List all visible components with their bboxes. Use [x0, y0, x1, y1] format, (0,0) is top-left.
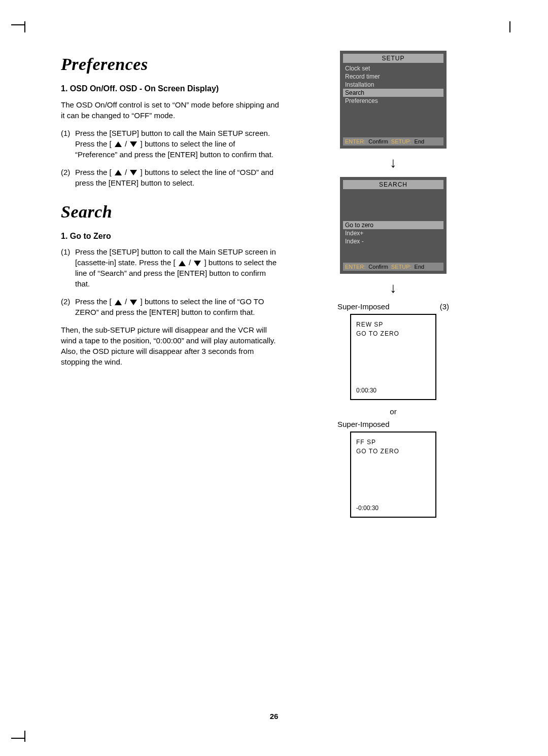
search-step-2: (2) Press the [ / ] buttons to select th… [61, 296, 279, 317]
crop-mark [11, 738, 25, 739]
subheading-go-to-zero: 1. Go to Zero [61, 231, 279, 242]
step-number: (1) [61, 246, 75, 289]
spacer [340, 105, 447, 135]
search-step-1: (1) Press the [SETUP] button to call the… [61, 246, 279, 289]
text-fragment: Press the [ [75, 297, 114, 306]
heading-preferences: Preferences [61, 55, 279, 74]
crop-mark [24, 731, 27, 742]
right-column: SETUP Clock set Record timer Installatio… [299, 51, 487, 523]
step-number: (1) [61, 128, 75, 160]
osd-item: Index - [340, 237, 447, 245]
text-fragment: / [123, 168, 129, 176]
osd-search-menu: SEARCH Go to zero Index+ Index - ENTER: … [340, 177, 447, 274]
osd-title: SETUP [343, 54, 443, 63]
triangle-up-icon [115, 300, 122, 305]
footer-key: SETUP: [391, 264, 412, 270]
triangle-down-icon [130, 170, 137, 175]
footer-label: End [415, 138, 425, 145]
text-fragment: / [123, 297, 129, 306]
osd-title: SEARCH [343, 180, 443, 189]
osd-item-selected: Search [343, 89, 443, 97]
triangle-up-icon [115, 170, 122, 175]
spacer [340, 206, 447, 221]
outro-paragraph: Then, the sub-SETUP picture will disappe… [61, 325, 279, 367]
pref-step-2: (2) Press the [ / ] buttons to select th… [61, 167, 279, 188]
intro-paragraph: The OSD On/Off control is set to “ON” mo… [61, 99, 279, 121]
spacer [340, 191, 447, 206]
triangle-up-icon [179, 261, 186, 266]
super-imposed-count: (3) [440, 302, 449, 311]
osd-item: Clock set [340, 64, 447, 73]
si-line-2: GO TO ZERO [356, 330, 399, 337]
text-fragment: / [123, 139, 129, 148]
manual-page: Preferences 1. OSD On/Off. OSD - On Scre… [0, 0, 548, 756]
step-text: Press the [ / ] buttons to select the li… [75, 167, 279, 188]
si-line-1: FF SP [356, 439, 376, 446]
super-imposed-box-1: REW SP GO TO ZERO 0:00:30 [350, 314, 436, 400]
osd-setup-menu: SETUP Clock set Record timer Installatio… [340, 51, 447, 149]
step-number: (2) [61, 167, 75, 188]
footer-key: ENTER: [345, 264, 365, 270]
osd-item: Installation [340, 81, 447, 89]
crop-mark [509, 21, 512, 32]
footer-label: Confirm [368, 264, 388, 270]
triangle-down-icon [130, 141, 137, 147]
text-fragment: Press the [ [75, 168, 114, 176]
step-text: Press the [SETUP] button to call the Mai… [75, 128, 279, 160]
or-label: or [390, 407, 396, 416]
step-text: Press the [SETUP] button to call the Mai… [75, 246, 279, 289]
super-imposed-label: Super-Imposed [337, 420, 390, 428]
footer-key: SETUP: [391, 138, 412, 145]
osd-item-selected: Go to zero [343, 221, 443, 229]
arrow-down-icon: ↓ [390, 281, 397, 295]
content-columns: Preferences 1. OSD On/Off. OSD - On Scre… [61, 51, 487, 523]
triangle-down-icon [130, 300, 137, 305]
left-column: Preferences 1. OSD On/Off. OSD - On Scre… [61, 51, 279, 523]
triangle-down-icon [194, 261, 201, 266]
arrow-down-icon: ↓ [390, 156, 397, 170]
step-number: (2) [61, 296, 75, 317]
osd-item: Preferences [340, 97, 447, 105]
triangle-up-icon [115, 141, 122, 147]
footer-label: Confirm [368, 138, 388, 145]
crop-mark [24, 21, 27, 32]
si-line-1: REW SP [356, 321, 383, 328]
footer-key: ENTER: [345, 138, 365, 145]
page-number: 26 [0, 712, 548, 721]
step-text: Press the [ / ] buttons to select the li… [75, 296, 279, 317]
heading-search: Search [61, 202, 279, 222]
footer-label: End [415, 264, 425, 270]
osd-footer: ENTER: Confirm SETUP: End [343, 263, 443, 271]
super-imposed-label-row: Super-Imposed [337, 420, 449, 428]
super-imposed-box-2: FF SP GO TO ZERO -0:00:30 [350, 431, 436, 518]
osd-item: Index+ [340, 229, 447, 237]
spacer [340, 245, 447, 261]
text-fragment: / [187, 258, 193, 267]
pref-step-1: (1) Press the [SETUP] button to call the… [61, 128, 279, 160]
crop-mark [11, 24, 25, 25]
si-time: 0:00:30 [356, 387, 376, 394]
si-line-2: GO TO ZERO [356, 448, 399, 455]
super-imposed-label: Super-Imposed [337, 302, 390, 311]
super-imposed-label-row: Super-Imposed (3) [337, 302, 449, 311]
si-time: -0:00:30 [356, 505, 379, 512]
osd-footer: ENTER: Confirm SETUP: End [343, 137, 443, 146]
subheading-osd-onoff: 1. OSD On/Off. OSD - On Screen Display) [61, 83, 279, 94]
osd-item: Record timer [340, 73, 447, 81]
